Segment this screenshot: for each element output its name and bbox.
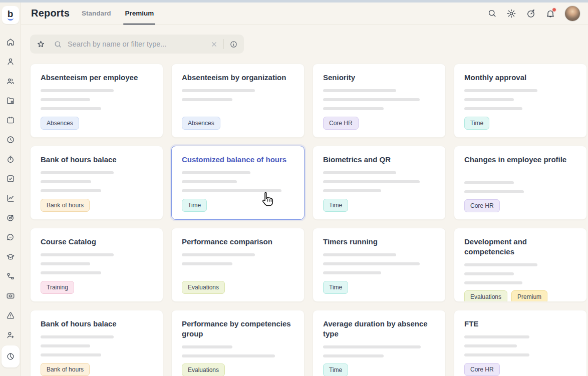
sidebar-item-calendar[interactable] (0, 110, 21, 130)
skeleton-lines (182, 89, 294, 107)
sidebar-item-training[interactable] (0, 247, 21, 266)
skeleton-line (323, 98, 420, 101)
search-icon[interactable] (487, 9, 497, 18)
skeleton-line (182, 262, 232, 265)
tab-premium[interactable]: Premium (125, 3, 154, 24)
home-icon (6, 38, 15, 47)
workflow-icon (6, 272, 15, 281)
app-logo[interactable]: b (2, 6, 19, 24)
report-card[interactable]: Bank of hours balaceBank of hours (30, 310, 163, 376)
report-card-title: Average duration by absence type (323, 319, 435, 339)
report-grid: Absenteeism per employeeAbsencesAbsentee… (30, 64, 587, 376)
report-card[interactable]: SeniorityCore HR (313, 64, 446, 138)
category-tag: Time (323, 281, 348, 294)
category-tag: Time (182, 199, 207, 212)
card-tags: Time (323, 199, 435, 212)
sidebar-item-alerts[interactable] (0, 305, 21, 325)
report-card[interactable]: Customized balance of hoursTime (171, 146, 305, 220)
report-card[interactable]: Absenteeism per employeeAbsences (30, 64, 163, 138)
app-logo-smile (8, 18, 14, 21)
skeleton-line (323, 345, 421, 348)
skeleton-line (464, 107, 522, 110)
card-tags: Core HR (464, 199, 576, 212)
sidebar-item-profile[interactable] (0, 52, 21, 71)
report-card[interactable]: Average duration by absence typeTime (313, 310, 446, 376)
task-check-icon (6, 174, 15, 183)
category-tag: Evaluations (182, 363, 225, 376)
sidebar-item-timer[interactable] (0, 149, 21, 169)
favorite-star-icon[interactable] (36, 40, 46, 49)
skeleton-line (182, 189, 281, 192)
skeleton-line (182, 345, 232, 348)
sidebar-item-feedback[interactable] (0, 227, 21, 247)
header: Reports Standard Premium (21, 3, 588, 25)
skeleton-line (464, 344, 517, 347)
report-card[interactable]: Changes in employee profileCore HR (454, 146, 587, 220)
card-tags: Time (182, 199, 294, 212)
report-card[interactable]: Absenteeism by organizationAbsences (171, 64, 305, 138)
sidebar-item-recruiting[interactable] (0, 325, 21, 344)
sidebar-item-documents[interactable] (0, 91, 21, 110)
category-tag: Absences (41, 117, 79, 130)
report-card[interactable]: Development and competenciesEvaluationsP… (454, 228, 587, 302)
warning-icon (6, 311, 15, 320)
user-plus-icon (6, 330, 15, 339)
category-tag: Time (464, 117, 489, 130)
skeleton-line (464, 181, 514, 184)
header-tabs: Standard Premium (82, 3, 154, 24)
chart-line-icon (6, 194, 15, 203)
sidebar-item-goals[interactable] (0, 208, 21, 227)
sidebar-active-highlight (2, 345, 20, 367)
notification-badge-dot (552, 8, 556, 12)
clock-icon (6, 135, 15, 144)
sidebar-item-time[interactable] (0, 130, 21, 149)
skeleton-lines (182, 171, 294, 198)
user-avatar[interactable] (565, 6, 580, 21)
card-tags: Absences (41, 117, 153, 130)
report-card-title: Bank of hours balace (41, 155, 153, 165)
page-title: Reports (31, 8, 70, 19)
report-card[interactable]: Timers runningTime (313, 228, 446, 302)
skeleton-lines (464, 335, 576, 362)
settings-gear-icon[interactable] (506, 9, 516, 19)
report-card-title: Absenteeism per employee (41, 73, 153, 83)
window-top-strip (0, 0, 588, 3)
report-card[interactable]: FTECore HR (454, 310, 587, 376)
report-card[interactable]: Course CatalogTraining (30, 228, 163, 302)
skeleton-line (464, 272, 514, 275)
report-card[interactable]: Monthly approvalTime (454, 64, 587, 138)
skeleton-line (41, 335, 114, 338)
skeleton-line (182, 180, 237, 183)
search-input-icon (54, 40, 62, 49)
search-input[interactable] (67, 40, 210, 49)
timer-gauge-icon[interactable] (526, 9, 536, 19)
clear-x-icon[interactable] (210, 41, 218, 48)
sidebar-item-people[interactable] (0, 71, 21, 91)
skeleton-line (323, 253, 396, 256)
skeleton-line (464, 335, 529, 338)
report-card-title: Timers running (323, 237, 435, 247)
card-tags: Core HR (464, 363, 576, 376)
calendar-icon (6, 116, 15, 125)
skeleton-line (323, 262, 420, 265)
skeleton-line (323, 171, 396, 174)
sidebar-item-home[interactable] (0, 32, 21, 52)
report-card[interactable]: Biometrics and QRTime (313, 146, 446, 220)
report-card-title: Monthly approval (464, 73, 576, 83)
sidebar-item-payroll[interactable] (0, 286, 21, 305)
report-card[interactable]: Performance comparisonEvaluations (171, 228, 305, 302)
tab-standard[interactable]: Standard (82, 3, 111, 24)
info-icon[interactable] (229, 40, 238, 49)
sidebar-item-analytics[interactable] (0, 188, 21, 208)
report-card[interactable]: Bank of hours balaceBank of hours (30, 146, 163, 220)
app-logo-letter: b (8, 10, 14, 18)
skeleton-lines (41, 89, 153, 116)
card-tags: EvaluationsPremium (464, 290, 576, 302)
skeleton-lines (182, 345, 294, 363)
notifications-bell-icon[interactable] (545, 9, 555, 19)
report-card[interactable]: Performance by competencies groupEvaluat… (171, 310, 305, 376)
sidebar-item-reports[interactable] (0, 344, 21, 368)
sidebar-item-processes[interactable] (0, 266, 21, 286)
skeleton-line (464, 98, 514, 101)
sidebar-item-tasks[interactable] (0, 169, 21, 188)
